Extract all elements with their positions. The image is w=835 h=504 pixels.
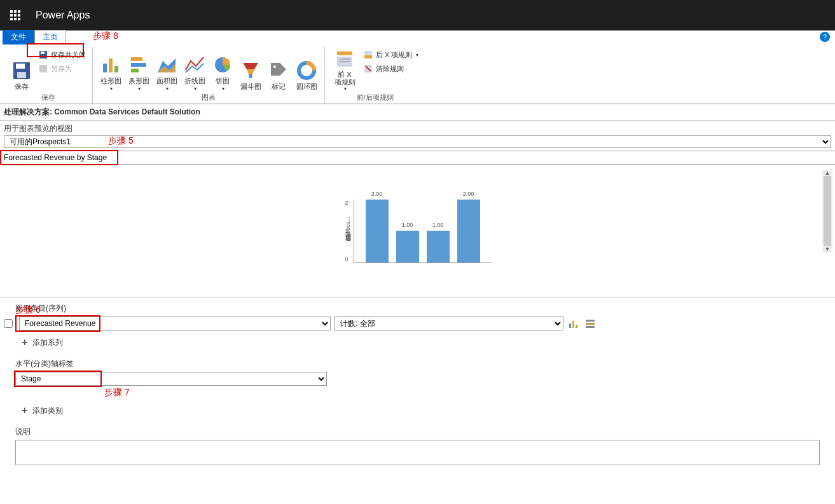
chevron-down-icon: ▾: [344, 86, 347, 92]
chart-bar: 2.00: [366, 200, 389, 262]
svg-marker-17: [249, 74, 252, 78]
series-options-icon[interactable]: [584, 317, 597, 330]
save-icon: [11, 60, 32, 81]
tab-file[interactable]: 文件: [3, 30, 34, 44]
preview-scrollbar[interactable]: ▲ ▼: [822, 170, 832, 252]
chevron-down-icon: ▾: [194, 86, 197, 92]
annotation-step7: 步骤 7: [104, 387, 820, 398]
bar-chart-button[interactable]: 条形图▾: [125, 47, 153, 92]
svg-rect-34: [586, 326, 595, 328]
svg-rect-4: [41, 51, 45, 54]
funnel-chart-button[interactable]: 漏斗图: [237, 47, 265, 92]
annotation-step8: 步骤 8: [93, 31, 118, 42]
app-launcher-icon[interactable]: [0, 0, 31, 31]
svg-rect-30: [572, 321, 574, 328]
column-chart-icon: [100, 55, 121, 75]
top-rule-icon: [335, 49, 355, 69]
svg-rect-32: [586, 320, 595, 322]
add-category-button[interactable]: + 添加类别: [22, 405, 820, 416]
svg-rect-2: [17, 72, 26, 78]
chevron-down-icon: ▾: [110, 86, 113, 92]
title-bar: Power Apps: [0, 0, 835, 31]
svg-rect-31: [576, 325, 577, 328]
add-series-button[interactable]: + 添加系列: [22, 337, 820, 348]
clear-rules-icon: [363, 64, 373, 74]
chart-bar: 1.00: [427, 231, 450, 262]
svg-marker-16: [247, 69, 254, 74]
legend-entries-label: 图例条目(序列): [15, 303, 66, 314]
svg-marker-18: [271, 63, 286, 76]
svg-rect-29: [569, 324, 571, 328]
line-chart-button[interactable]: 折线图▾: [181, 47, 209, 92]
chart-y-ticks: 2 1 0: [345, 200, 348, 262]
ribbon-group-charts: 柱形图▾ 条形图▾ 面积图▾ 折线图▾ 饼图▾ 漏斗图 标记 圆环图 图表: [93, 47, 325, 104]
horizontal-axis-label: 水平(分类)轴标签: [15, 358, 820, 369]
chevron-down-icon: ▾: [222, 86, 224, 92]
ribbon: 保存 保存并关闭 另存为 保存 柱形图▾ 条形图▾ 面积图▾ 折线图▾ 饼图▾ …: [0, 44, 835, 104]
chart-plot: 2 1 0 2.00 1.00 1.00 2.00: [354, 200, 492, 263]
top-rule-button[interactable]: 前 X 项规则▾: [329, 47, 361, 92]
svg-rect-7: [109, 58, 113, 72]
aggregate-select[interactable]: 计数: 全部: [335, 317, 563, 330]
view-select[interactable]: 可用的Prospects1: [4, 135, 831, 148]
svg-rect-26: [364, 51, 372, 55]
svg-rect-25: [364, 55, 372, 58]
description-label: 说明: [15, 426, 820, 437]
save-as-icon: [38, 64, 48, 74]
bar-chart-icon: [128, 55, 149, 75]
svg-marker-15: [243, 63, 258, 69]
svg-rect-8: [114, 66, 118, 72]
clear-rules-button[interactable]: 清除规则: [361, 62, 421, 75]
chart-preview: 计数: 全部 (Foreca... 2 1 0 2.00 1.00 1.00 2…: [0, 165, 835, 298]
description-textarea[interactable]: [15, 440, 820, 465]
tag-icon: [268, 60, 289, 81]
plus-icon: +: [22, 405, 27, 416]
chart-bar: 1.00: [396, 231, 419, 262]
save-and-close-button[interactable]: 保存并关闭: [36, 48, 88, 61]
chart-name-input[interactable]: [0, 151, 835, 164]
tag-chart-button[interactable]: 标记: [265, 47, 293, 92]
chart-bar: 2.00: [457, 200, 480, 262]
area-chart-button[interactable]: 面积图▾: [153, 47, 181, 92]
svg-rect-6: [103, 64, 107, 72]
donut-chart-button[interactable]: 圆环图: [293, 47, 321, 92]
save-close-icon: [38, 50, 48, 60]
pie-chart-button[interactable]: 饼图▾: [209, 47, 237, 92]
tab-home[interactable]: 主页: [34, 30, 66, 44]
svg-rect-11: [131, 69, 139, 72]
series-checkbox[interactable]: [4, 319, 13, 328]
help-icon[interactable]: ?: [820, 32, 830, 42]
plus-icon: +: [22, 337, 27, 348]
series-select[interactable]: Forecasted Revenue: [19, 317, 331, 330]
donut-chart-icon: [296, 60, 317, 81]
column-chart-button[interactable]: 柱形图▾: [97, 47, 125, 92]
bottom-rule-button[interactable]: 后 X 项规则▾: [361, 48, 421, 61]
scroll-up-icon[interactable]: ▲: [825, 170, 831, 176]
svg-rect-33: [586, 323, 595, 325]
category-select[interactable]: Stage: [15, 372, 327, 386]
chevron-down-icon: ▾: [138, 86, 141, 92]
save-as-button: 另存为: [36, 62, 88, 75]
save-button[interactable]: 保存: [8, 47, 36, 92]
svg-rect-1: [16, 64, 25, 69]
ribbon-group-rules: 前 X 项规则▾ 后 X 项规则▾ 清除规则 前/后项规则: [325, 47, 425, 104]
scroll-thumb[interactable]: [824, 176, 831, 246]
area-chart-icon: [156, 55, 177, 75]
chevron-down-icon: ▾: [416, 52, 418, 58]
ribbon-tabs: 文件 主页 ? 步骤 8: [0, 31, 835, 44]
svg-rect-5: [39, 65, 47, 72]
svg-rect-9: [131, 57, 142, 61]
svg-rect-10: [131, 63, 146, 67]
line-chart-icon: [184, 55, 205, 75]
app-title: Power Apps: [36, 10, 90, 21]
ribbon-group-save: 保存 保存并关闭 另存为 保存: [4, 47, 93, 104]
svg-point-19: [273, 65, 276, 68]
series-chart-type-icon[interactable]: [567, 317, 580, 330]
view-label: 用于图表预览的视图: [0, 121, 835, 135]
pie-chart-icon: [212, 55, 233, 75]
scroll-down-icon[interactable]: ▼: [825, 246, 831, 252]
config-panel: 图例条目(序列) 步骤 6 Forecasted Revenue 计数: 全部 …: [0, 298, 835, 472]
chevron-down-icon: ▾: [166, 86, 169, 92]
solution-label: 处理解决方案: Common Data Services Default Sol…: [0, 104, 835, 121]
funnel-chart-icon: [240, 60, 261, 81]
